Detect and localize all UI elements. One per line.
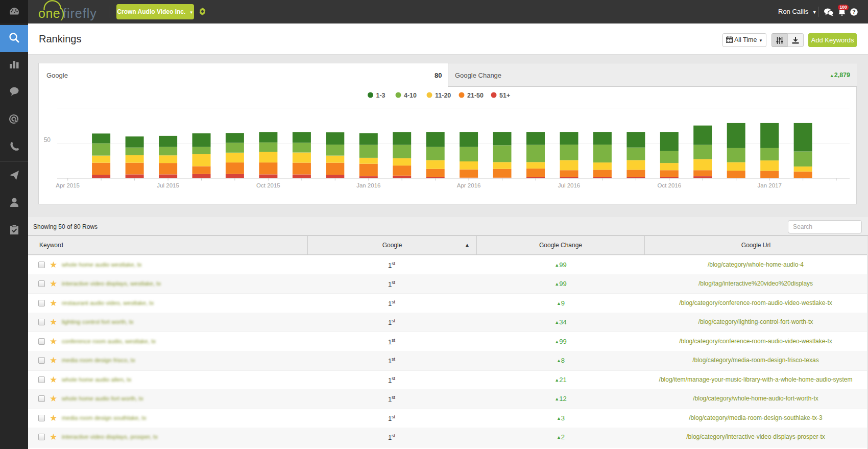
svg-text:?: ? bbox=[852, 9, 855, 15]
svg-text:Apr 2015: Apr 2015 bbox=[56, 182, 80, 188]
svg-text:Oct 2016: Oct 2016 bbox=[657, 182, 681, 188]
svg-text:Oct 2015: Oct 2015 bbox=[256, 182, 280, 188]
svg-text:1-3: 1-3 bbox=[376, 92, 385, 99]
svg-text:Jul 2016: Jul 2016 bbox=[558, 182, 580, 188]
svg-text:50: 50 bbox=[44, 136, 51, 144]
svg-text:Jul 2015: Jul 2015 bbox=[157, 182, 179, 188]
svg-text:11-20: 11-20 bbox=[435, 92, 451, 99]
svg-text:Jan 2017: Jan 2017 bbox=[758, 182, 782, 188]
svg-text:51+: 51+ bbox=[499, 92, 510, 99]
svg-text:firefly: firefly bbox=[63, 6, 97, 20]
svg-text:21-50: 21-50 bbox=[467, 92, 484, 99]
svg-text:Jan 2016: Jan 2016 bbox=[356, 182, 380, 188]
svg-text:4-10: 4-10 bbox=[404, 92, 417, 99]
svg-text:Apr 2016: Apr 2016 bbox=[457, 182, 481, 188]
